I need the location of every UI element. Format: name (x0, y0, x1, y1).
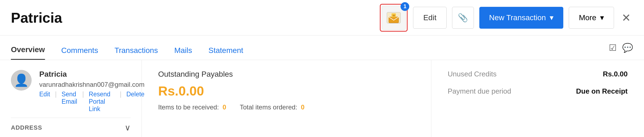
attach-icon: 📎 (458, 13, 468, 22)
page-title: Patricia (11, 10, 62, 26)
mail-icon: ✉ (387, 11, 401, 25)
address-chevron-icon[interactable]: ∨ (125, 123, 131, 132)
payment-due-label: Payment due period (448, 87, 511, 96)
tab-mails[interactable]: Mails (174, 46, 192, 60)
header-actions: ✉ 1 Edit 📎 New Transaction ▾ More ▾ ✕ (380, 4, 633, 32)
close-icon: ✕ (622, 12, 631, 24)
more-button[interactable]: More ▾ (569, 7, 614, 29)
outstanding-amount: Rs.0.00 (158, 84, 415, 99)
tabs-actions: ☑ 💬 (609, 43, 633, 53)
total-items-label: Total items ordered: (240, 103, 297, 111)
avatar: 👤 (11, 70, 32, 91)
task-icon-button[interactable]: ☑ (609, 43, 617, 53)
outstanding-label: Outstanding Payables (158, 70, 415, 79)
items-to-receive-label: Items to be received: (158, 103, 219, 111)
mail-button[interactable]: ✉ 1 (382, 6, 406, 30)
unused-credits-value: Rs.0.00 (603, 70, 628, 78)
tab-comments[interactable]: Comments (61, 46, 98, 60)
contact-panel: 👤 Patricia varunradhakrishnan007@gmail.c… (0, 60, 142, 137)
outstanding-panel: Outstanding Payables Rs.0.00 Items to be… (142, 60, 431, 137)
task-icon: ☑ (609, 43, 617, 53)
credits-panel: Unused Credits Rs.0.00 Payment due perio… (431, 60, 644, 137)
mail-button-wrapper: ✉ 1 (380, 4, 408, 32)
tab-overview[interactable]: Overview (11, 45, 45, 60)
attach-button[interactable]: 📎 (452, 7, 474, 29)
mail-badge: 1 (401, 2, 409, 11)
contact-info: 👤 Patricia varunradhakrishnan007@gmail.c… (11, 70, 131, 113)
chat-icon: 💬 (622, 43, 633, 53)
contact-email: varunradhakrishnan007@gmail.com (39, 81, 145, 88)
contact-name: Patricia (39, 70, 145, 79)
total-items-text: Total items ordered: 0 (240, 103, 304, 111)
close-button[interactable]: ✕ (619, 9, 633, 26)
new-transaction-label: New Transaction (489, 13, 546, 22)
tabs-bar: Overview Comments Transactions Mails Sta… (0, 35, 644, 60)
contact-details: Patricia varunradhakrishnan007@gmail.com… (39, 70, 145, 113)
tabs-list: Overview Comments Transactions Mails Sta… (11, 35, 243, 60)
edit-button[interactable]: Edit (413, 7, 446, 29)
unused-credits-row: Unused Credits Rs.0.00 (448, 70, 628, 78)
items-row: Items to be received: 0 Total items orde… (158, 103, 415, 111)
items-to-receive-count: 0 (222, 103, 226, 111)
unused-credits-label: Unused Credits (448, 70, 496, 78)
tab-transactions[interactable]: Transactions (115, 46, 158, 60)
payment-due-value: Due on Receipt (576, 87, 628, 96)
page-header: Patricia ✉ 1 Edit 📎 New Transact (0, 0, 644, 35)
svg-text:✉: ✉ (393, 14, 395, 17)
address-label: ADDRESS (11, 124, 42, 131)
more-label: More (579, 13, 596, 22)
edit-contact-link[interactable]: Edit (39, 91, 50, 113)
send-email-link[interactable]: Send Email (62, 91, 77, 113)
more-chevron-icon: ▾ (600, 13, 604, 22)
new-transaction-button[interactable]: New Transaction ▾ (479, 7, 564, 29)
content-area: 👤 Patricia varunradhakrishnan007@gmail.c… (0, 60, 644, 137)
address-section: ADDRESS ∨ (11, 118, 131, 132)
tab-statement[interactable]: Statement (209, 46, 243, 60)
chat-icon-button[interactable]: 💬 (622, 43, 633, 53)
payment-due-row: Payment due period Due on Receipt (448, 87, 628, 96)
contact-links: Edit | Send Email | Resend Portal Link |… (39, 91, 145, 113)
new-transaction-chevron-icon: ▾ (550, 13, 553, 22)
avatar-icon: 👤 (14, 73, 29, 87)
items-to-receive-text: Items to be received: 0 (158, 103, 226, 111)
resend-portal-link[interactable]: Resend Portal Link (89, 91, 115, 113)
total-items-count: 0 (301, 103, 305, 111)
